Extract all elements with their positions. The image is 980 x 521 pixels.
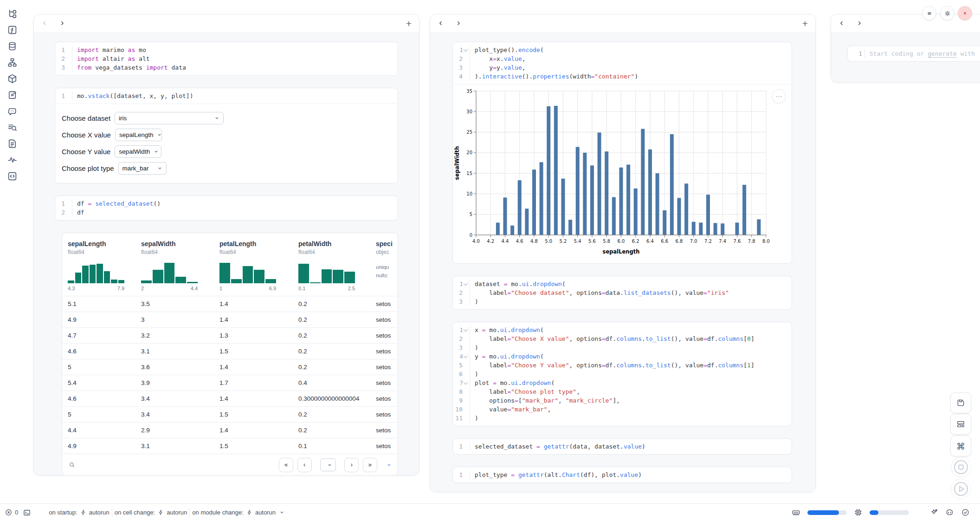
add-cell-button[interactable]: + <box>406 19 412 28</box>
last-page-button[interactable] <box>363 458 377 472</box>
chevron-right-icon[interactable] <box>59 20 65 26</box>
add-cell-button[interactable]: + <box>802 19 808 28</box>
table-row[interactable]: 4.63.41.40.3000000000000004setos <box>62 391 398 406</box>
copilot-icon[interactable] <box>945 508 954 517</box>
dependency-graph-icon[interactable] <box>7 57 18 68</box>
chevron-right-icon[interactable] <box>856 20 863 26</box>
code-editor[interactable]: 1plot_type().encode(2 x=x.value,3 y=y.va… <box>453 42 792 84</box>
table-row[interactable]: 4.42.91.40.2setos <box>62 422 398 438</box>
cpu-usage-meter[interactable] <box>870 510 909 515</box>
svg-text:25: 25 <box>466 130 472 135</box>
plot-type-select[interactable]: mark_bar <box>118 162 167 175</box>
generate-with-ai-link: generate <box>928 50 957 57</box>
config-label: on module change: <box>192 509 244 516</box>
chevron-left-icon[interactable] <box>438 20 444 26</box>
line-number: 10 <box>453 405 470 414</box>
fold-chevron-icon <box>464 380 468 384</box>
column-header[interactable]: speciobjecuniqunulls: <box>370 240 398 291</box>
empty-code-cell[interactable]: 1 Start coding or generate with <box>847 46 980 62</box>
line-number: 3 <box>453 297 470 306</box>
document-icon[interactable] <box>7 138 18 149</box>
keyboard-shortcuts-button[interactable]: ⌘ <box>950 436 971 456</box>
ram-usage-meter[interactable] <box>807 510 847 515</box>
chat-bot-icon[interactable] <box>7 106 18 117</box>
column-histogram <box>68 262 124 283</box>
functions-icon[interactable] <box>7 25 18 35</box>
chevron-down-icon <box>157 166 162 171</box>
line-number: 2 <box>453 288 470 297</box>
table-row[interactable]: 4.931.40.2setos <box>62 312 398 327</box>
svg-text:7.6: 7.6 <box>734 239 741 244</box>
run-button[interactable] <box>951 479 971 499</box>
table-row[interactable]: 4.93.11.50.1setos <box>62 438 398 454</box>
column-header[interactable]: petalWidthfloat640.12.5 <box>293 240 370 291</box>
chevron-left-icon[interactable] <box>41 20 48 26</box>
line-number: 2 <box>55 208 72 217</box>
prev-page-button[interactable] <box>297 458 312 472</box>
code-placeholder[interactable]: Start coding or generate with <box>864 49 980 58</box>
code-editor[interactable]: 1import marimo as mo2import altair as al… <box>55 42 398 75</box>
svg-text:7.4: 7.4 <box>719 239 726 244</box>
code-editor[interactable]: 1mo.vstack([dataset, x, y, plot]) <box>55 88 398 104</box>
code-editor[interactable]: 1df = selected_dataset()2df <box>55 196 398 220</box>
y-value-select[interactable]: sepalWidth <box>115 145 161 158</box>
config-label: on startup: <box>49 509 77 516</box>
autorun-on-startup[interactable]: on startup:autorun <box>49 509 110 516</box>
scratchpad-code-icon[interactable] <box>7 171 18 182</box>
autorun-on-module-change[interactable]: on module change:autorun <box>192 509 284 516</box>
svg-text:4.4: 4.4 <box>502 239 509 244</box>
settings-button[interactable] <box>940 6 954 20</box>
svg-text:5.4: 5.4 <box>574 239 581 244</box>
table-row[interactable]: 5.43.91.70.4setos <box>62 375 398 391</box>
dropdown-label: Choose X value <box>62 131 111 139</box>
chevrons-right-icon <box>367 462 373 468</box>
logs-search-icon[interactable] <box>7 122 18 133</box>
search-icon[interactable] <box>68 461 76 469</box>
layout-button[interactable] <box>950 414 971 435</box>
column-header[interactable]: sepalLengthfloat644.37.9 <box>62 240 135 291</box>
line-number: 1 <box>55 199 72 208</box>
line-number: 2 <box>55 54 72 63</box>
database-icon[interactable] <box>7 41 18 52</box>
chevron-right-icon[interactable] <box>455 20 462 26</box>
page-select[interactable] <box>320 458 336 471</box>
svg-text:4.6: 4.6 <box>516 239 523 244</box>
terminal-button[interactable] <box>23 508 31 517</box>
line-number: 1 <box>55 91 72 100</box>
x-value-select[interactable]: sepalLength <box>115 129 162 141</box>
next-page-button[interactable] <box>344 458 359 472</box>
code-editor[interactable]: 1dataset = mo.ui.dropdown(2 label="Choos… <box>453 276 792 309</box>
first-page-button[interactable] <box>279 458 293 472</box>
save-button[interactable] <box>950 392 971 413</box>
code-editor[interactable]: 1plot_type = getattr(alt.Chart(df), plot… <box>453 467 792 482</box>
line-number: 1 <box>453 280 470 288</box>
tracing-icon[interactable] <box>7 155 18 165</box>
stop-button[interactable] <box>951 457 971 477</box>
code-editor[interactable]: 1selected_dataset = getattr(data, datase… <box>453 439 792 454</box>
chart-actions-button[interactable]: ⋯ <box>772 89 786 104</box>
download-button[interactable] <box>385 462 392 468</box>
errors-indicator[interactable]: 0 <box>5 508 18 516</box>
table-row[interactable]: 4.73.21.30.2setos <box>62 327 398 343</box>
altair-chart[interactable]: 4.04.24.44.64.85.05.25.45.65.86.06.26.46… <box>453 84 792 263</box>
dataset-select[interactable]: iris <box>115 112 224 124</box>
snippets-icon[interactable] <box>7 90 18 100</box>
shutdown-button[interactable] <box>958 6 972 20</box>
table-row[interactable]: 4.63.11.50.2setos <box>62 343 398 359</box>
autorun-on-cell-change[interactable]: on cell change:autorun <box>115 509 187 516</box>
table-row[interactable]: 5.13.51.40.2setos <box>62 296 398 312</box>
check-circle-icon[interactable] <box>961 508 970 517</box>
table-row[interactable]: 53.61.40.2setos <box>62 359 398 375</box>
file-tree-icon[interactable] <box>7 8 18 19</box>
ai-sparkles-icon[interactable] <box>929 508 938 517</box>
code-editor[interactable]: 1x = mo.ui.dropdown(2 label="Choose X va… <box>453 322 792 426</box>
column-header[interactable]: petalLengthfloat6416.9 <box>214 240 293 291</box>
package-icon[interactable] <box>7 73 18 84</box>
column-header[interactable]: sepalWidthfloat6424.4 <box>135 240 214 291</box>
table-row[interactable]: 53.41.50.2setos <box>62 406 398 422</box>
chevron-left-icon[interactable] <box>838 20 845 26</box>
menu-button[interactable] <box>922 6 936 20</box>
svg-text:30: 30 <box>466 109 472 114</box>
table-footer <box>62 454 398 475</box>
close-icon <box>961 10 968 17</box>
